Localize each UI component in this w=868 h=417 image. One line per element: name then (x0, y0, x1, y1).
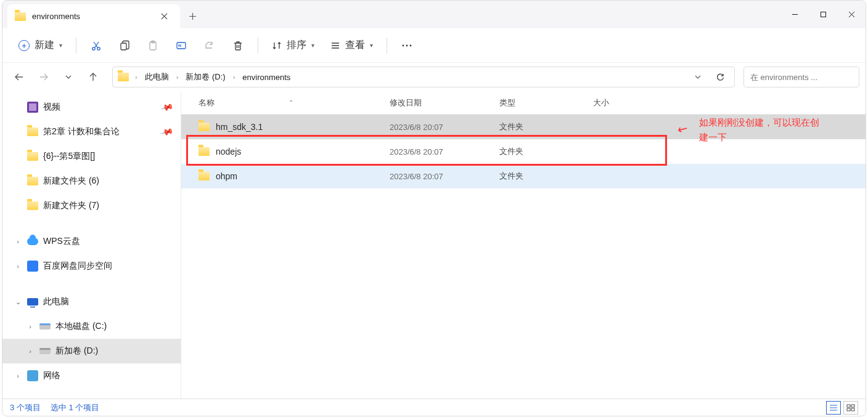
status-selected: 选中 1 个项目 (51, 402, 99, 413)
breadcrumb-item[interactable]: 此电脑 (141, 69, 173, 85)
status-count: 3 个项目 (10, 402, 41, 413)
delete-button[interactable] (224, 33, 252, 58)
address-dropdown-button[interactable] (687, 67, 708, 87)
chevron-right-icon[interactable]: › (14, 372, 22, 379)
svg-rect-3 (121, 43, 126, 50)
refresh-button[interactable] (710, 67, 731, 87)
chevron-down-icon: ▾ (370, 42, 373, 49)
close-tab-button[interactable] (159, 12, 169, 22)
svg-rect-14 (851, 408, 854, 411)
svg-rect-11 (847, 405, 850, 407)
pin-icon: 📌 (160, 100, 174, 114)
svg-rect-12 (851, 405, 854, 407)
back-button[interactable] (9, 67, 30, 87)
sort-indicator-icon: ⌃ (289, 99, 293, 106)
video-icon (27, 102, 38, 113)
svg-point-7 (403, 44, 404, 46)
view-button[interactable]: 查看 ▾ (323, 33, 380, 58)
minimize-button[interactable] (780, 1, 809, 28)
pin-icon: 📌 (160, 125, 174, 139)
tab-title: environments (32, 12, 153, 21)
folder-icon (199, 172, 210, 180)
chevron-right-icon[interactable]: › (26, 347, 35, 355)
column-type[interactable]: 类型 (499, 97, 593, 108)
sidebar-item-wps[interactable]: ›WPS云盘 (2, 229, 181, 254)
details-view-button[interactable] (826, 401, 841, 415)
chevron-right-icon: › (232, 73, 237, 81)
folder-icon (27, 152, 38, 161)
chevron-right-icon[interactable]: › (14, 262, 22, 270)
new-tab-button[interactable] (180, 4, 205, 28)
sidebar-item-volume-c[interactable]: ›本地磁盘 (C:) (2, 314, 181, 339)
cut-button[interactable] (83, 33, 110, 58)
chevron-right-icon: › (134, 73, 139, 81)
sidebar-item-folder[interactable]: 第2章 计数和集合论📌 (2, 119, 181, 144)
svg-point-8 (406, 44, 408, 46)
sidebar-item-videos[interactable]: 视频📌 (2, 95, 181, 119)
breadcrumb-item[interactable]: 新加卷 (D:) (182, 69, 229, 85)
folder-icon (27, 201, 38, 210)
sort-label: 排序 (287, 39, 306, 52)
tab-environments[interactable]: environments (7, 4, 180, 28)
chevron-right-icon[interactable]: › (26, 323, 35, 330)
view-icon (330, 41, 340, 51)
up-button[interactable] (83, 67, 104, 87)
more-button[interactable] (393, 33, 420, 58)
maximize-button[interactable] (809, 1, 837, 28)
folder-icon (118, 73, 129, 81)
baidu-icon (27, 261, 38, 272)
share-button[interactable] (196, 33, 223, 58)
sidebar-item-folder[interactable]: 新建文件夹 (6) (2, 169, 181, 193)
search-box[interactable] (743, 67, 859, 87)
column-date[interactable]: 修改日期 (390, 97, 499, 108)
column-name[interactable]: 名称⌃ (199, 97, 390, 108)
sidebar: 视频📌 第2章 计数和集合论📌 {6}--第5章图[] 新建文件夹 (6) 新建… (2, 91, 181, 399)
column-headers: 名称⌃ 修改日期 类型 大小 (181, 91, 866, 115)
sidebar-item-thispc[interactable]: ⌄此电脑 (2, 289, 181, 314)
view-label: 查看 (345, 39, 365, 52)
sidebar-item-folder[interactable]: 新建文件夹 (7) (2, 193, 181, 218)
svg-rect-0 (821, 12, 825, 17)
plus-circle-icon: + (18, 40, 30, 51)
svg-point-9 (410, 44, 412, 46)
svg-rect-13 (847, 408, 850, 411)
copy-button[interactable] (111, 33, 138, 58)
chevron-down-icon[interactable]: ⌄ (14, 298, 22, 306)
sidebar-item-folder[interactable]: {6}--第5章图[] (2, 144, 181, 169)
disk-icon (39, 323, 51, 330)
folder-icon (27, 177, 38, 185)
new-label: 新建 (35, 39, 54, 52)
window-controls (780, 1, 866, 28)
sidebar-item-baidu[interactable]: ›百度网盘同步空间 (2, 254, 181, 278)
chevron-right-icon: › (175, 73, 180, 81)
sidebar-item-volume-d[interactable]: ›新加卷 (D:) (2, 339, 181, 363)
breadcrumb-item[interactable]: environments (239, 70, 294, 84)
network-icon (27, 370, 38, 381)
folder-icon (27, 128, 38, 136)
address-bar[interactable]: › 此电脑 › 新加卷 (D:) › environments (112, 67, 735, 87)
pc-icon (27, 298, 38, 306)
titlebar: environments (2, 1, 866, 28)
rename-button[interactable] (168, 33, 195, 58)
recent-button[interactable] (58, 67, 79, 87)
column-size[interactable]: 大小 (593, 97, 667, 108)
chevron-down-icon: ▾ (311, 42, 314, 49)
search-input[interactable] (750, 73, 854, 82)
close-window-button[interactable] (837, 1, 866, 28)
folder-icon (15, 12, 26, 21)
toolbar: + 新建 ▾ 排序 ▾ 查看 ▾ (2, 28, 866, 63)
disk-icon (39, 348, 51, 354)
folder-icon (199, 123, 210, 131)
sidebar-item-network[interactable]: ›网络 (2, 363, 181, 388)
file-row[interactable]: ohpm 2023/6/8 20:07 文件夹 (181, 164, 866, 188)
cloud-icon (27, 238, 38, 245)
statusbar: 3 个项目 选中 1 个项目 (2, 399, 866, 416)
forward-button[interactable] (33, 67, 54, 87)
thumbnails-view-button[interactable] (843, 401, 858, 415)
sort-button[interactable]: 排序 ▾ (264, 33, 322, 58)
new-button[interactable]: + 新建 ▾ (11, 33, 70, 58)
paste-button[interactable] (139, 33, 166, 58)
explorer-window: environments + 新建 ▾ 排序 (2, 0, 866, 416)
chevron-right-icon[interactable]: › (14, 238, 22, 245)
sort-icon (272, 41, 282, 51)
